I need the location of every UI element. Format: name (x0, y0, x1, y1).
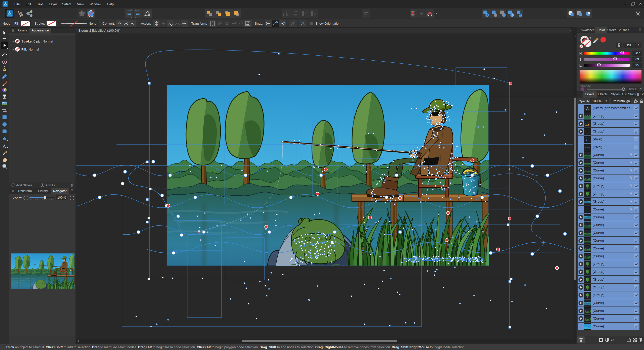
svg-text:Stroke:: Stroke: (21, 39, 33, 43)
svg-text:0 pt,: 0 pt, (33, 39, 40, 43)
svg-text:Fill:: Fill: (21, 48, 27, 51)
svg-text:Normal: Normal (28, 48, 39, 51)
svg-text:A: A (3, 144, 6, 149)
svg-text:Normal: Normal (43, 39, 53, 43)
svg-text:A: A (586, 107, 589, 110)
